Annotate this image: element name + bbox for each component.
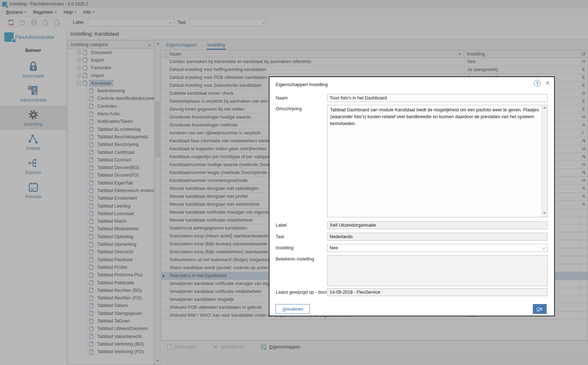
taal-label: Taal xyxy=(276,234,327,239)
instelling-dropdown[interactable] xyxy=(327,244,548,252)
omschrijving-label: Omschrijving xyxy=(276,106,327,111)
laatst-gewijzigd-label: Laatst gewijzigd op - door xyxy=(276,290,328,295)
instelling-label: Instelling xyxy=(276,245,327,250)
dialog-title: Eigenschappen Instelling xyxy=(276,82,328,87)
laatst-gewijzigd-value[interactable] xyxy=(327,288,548,296)
taal-input[interactable] xyxy=(327,233,548,241)
scroll-up-icon[interactable] xyxy=(543,107,546,108)
betekenis-textarea[interactable] xyxy=(327,255,548,286)
eigenschappen-instelling-dialog: Eigenschappen Instelling ? × Naam Omschr… xyxy=(269,76,555,316)
annuleren-button[interactable]: Annuleren xyxy=(276,304,310,314)
scroll-down-icon[interactable] xyxy=(543,212,546,214)
label-input[interactable] xyxy=(327,221,548,229)
naam-input[interactable] xyxy=(327,94,548,102)
help-icon[interactable]: ? xyxy=(534,80,540,86)
ok-button[interactable]: OK xyxy=(533,304,547,314)
naam-label: Naam xyxy=(276,95,327,101)
flexadministrator-window: { "window": { "title": "Instelling - Fle… xyxy=(0,0,588,365)
betekenis-label: Betekenis instelling xyxy=(276,257,327,262)
textarea-scrollbar[interactable] xyxy=(542,105,547,217)
label-label: Label xyxy=(276,223,327,228)
omschrijving-textarea[interactable]: Tabblad Dashboard van module Kandidaat b… xyxy=(327,105,548,217)
close-icon[interactable]: × xyxy=(545,79,549,86)
